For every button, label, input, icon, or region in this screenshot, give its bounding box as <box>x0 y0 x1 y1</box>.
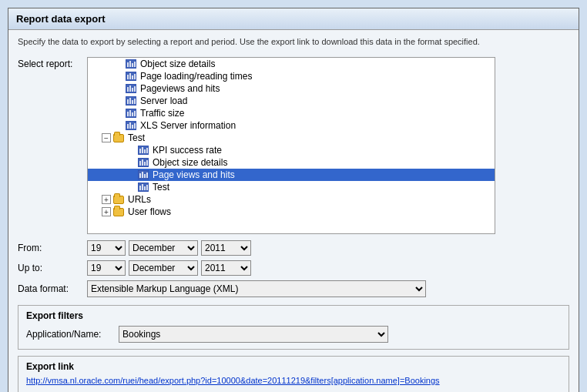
report-icon <box>125 108 137 119</box>
svg-rect-6 <box>127 75 129 79</box>
tree-item-label: XLS Server information <box>140 120 236 131</box>
tree-item-kpi-success[interactable]: KPI success rate <box>88 144 495 156</box>
svg-rect-24 <box>134 111 136 116</box>
svg-rect-31 <box>139 149 141 153</box>
app-name-label: Application/Name: <box>26 329 119 340</box>
tree-item-page-views-hits[interactable]: Page views and hits <box>88 169 495 181</box>
tree-item-xls-server[interactable]: XLS Server information <box>88 119 495 132</box>
app-name-select[interactable]: Bookings All <box>119 326 388 343</box>
dialog-title: Report data export <box>8 8 579 30</box>
svg-rect-7 <box>129 73 131 79</box>
select-report-label: Select report: <box>18 57 87 69</box>
upto-year-select[interactable]: 2011 <box>201 260 251 276</box>
tree-item-label: Object size details <box>153 157 227 168</box>
svg-rect-28 <box>132 125 133 129</box>
tree-item-page-loading[interactable]: Page loading/reading times <box>88 70 495 82</box>
svg-rect-23 <box>132 112 133 116</box>
expand-icon[interactable]: − <box>102 133 111 142</box>
svg-rect-29 <box>134 123 136 129</box>
from-year-select[interactable]: 2011 <box>201 240 251 256</box>
tree-item-label: Page views and hits <box>153 169 235 180</box>
tree-item-label: Server load <box>140 95 187 106</box>
svg-rect-13 <box>132 88 133 92</box>
svg-rect-8 <box>132 75 133 79</box>
svg-rect-34 <box>146 148 148 153</box>
svg-rect-26 <box>127 124 129 129</box>
tree-item-server-load[interactable]: Server load <box>88 95 495 107</box>
report-icon <box>137 182 149 193</box>
select-report-row: Select report: Object size detailsPage l… <box>18 57 569 234</box>
tree-item-urls-folder[interactable]: +URLs <box>88 193 495 206</box>
data-format-select[interactable]: Extensible Markup Language (XML) CSV JSO… <box>87 280 426 297</box>
svg-rect-32 <box>142 147 143 153</box>
svg-rect-49 <box>146 185 148 190</box>
svg-rect-41 <box>139 173 141 178</box>
expand-icon[interactable]: + <box>102 207 111 216</box>
tree-item-label: User flows <box>128 206 171 217</box>
report-icon <box>125 59 137 69</box>
export-link-title: Export link <box>26 361 561 372</box>
tree-item-label: Test <box>128 132 145 143</box>
tree-item-obj-size2[interactable]: Object size details <box>88 156 495 169</box>
tree-item-label: Pageviews and hits <box>140 83 220 94</box>
tree-item-label: URLs <box>128 194 151 205</box>
upto-row: Up to: 19 December 2011 <box>18 260 569 276</box>
svg-rect-2 <box>129 61 131 67</box>
svg-rect-43 <box>144 174 146 178</box>
dialog-description: Specify the data to export by selecting … <box>18 36 569 48</box>
tree-item-userflows-folder[interactable]: +User flows <box>88 206 495 218</box>
svg-rect-37 <box>142 159 143 166</box>
svg-rect-48 <box>144 186 146 190</box>
folder-icon <box>112 206 125 217</box>
upto-month-select[interactable]: December <box>129 260 198 276</box>
svg-rect-9 <box>134 74 136 79</box>
report-icon <box>137 145 149 156</box>
svg-rect-22 <box>129 110 131 116</box>
report-icon <box>125 120 137 131</box>
report-icon <box>137 157 149 168</box>
svg-rect-17 <box>129 98 131 104</box>
tree-item-label: Page loading/reading times <box>140 71 252 82</box>
svg-rect-27 <box>129 122 131 129</box>
svg-rect-44 <box>146 173 148 178</box>
tree-item-traffic-size[interactable]: Traffic size <box>88 107 495 119</box>
tree-item-label: Object size details <box>140 59 215 69</box>
export-link[interactable]: http://vmsa.nl.oracle.com/ruei/head/expo… <box>26 376 440 385</box>
upto-label: Up to: <box>18 263 87 273</box>
tree-item-test-folder[interactable]: −Test <box>88 132 495 144</box>
svg-rect-46 <box>139 186 141 190</box>
svg-rect-42 <box>142 172 143 178</box>
upto-day-select[interactable]: 19 <box>87 260 126 276</box>
svg-rect-16 <box>127 99 129 104</box>
svg-rect-12 <box>129 85 131 92</box>
export-filters-section: Export filters Application/Name: Booking… <box>18 305 569 350</box>
from-label: From: <box>18 243 87 253</box>
data-format-label: Data format: <box>18 283 87 294</box>
tree-item-label: Traffic size <box>140 108 184 119</box>
expand-icon[interactable]: + <box>102 195 111 204</box>
report-data-export-dialog: Report data export Specify the data to e… <box>8 8 579 392</box>
filter-row: Application/Name: Bookings All <box>26 326 561 343</box>
svg-rect-33 <box>144 149 146 153</box>
from-month-select[interactable]: December <box>129 240 198 256</box>
svg-rect-47 <box>142 184 143 190</box>
report-icon <box>125 83 137 94</box>
svg-rect-19 <box>134 99 136 104</box>
from-day-select[interactable]: 19 <box>87 240 126 256</box>
svg-rect-21 <box>127 112 129 116</box>
tree-item-pageviews[interactable]: Pageviews and hits <box>88 82 495 95</box>
svg-rect-1 <box>127 62 129 67</box>
tree-item-label: KPI success rate <box>153 145 222 156</box>
report-icon <box>125 95 137 106</box>
svg-rect-18 <box>132 100 133 104</box>
svg-rect-11 <box>127 87 129 92</box>
tree-item-test2[interactable]: Test <box>88 181 495 193</box>
report-tree[interactable]: Object size detailsPage loading/reading … <box>87 57 495 234</box>
tree-item-label: Test <box>153 182 169 193</box>
tree-item-obj-size[interactable]: Object size details <box>88 58 495 70</box>
report-icon <box>125 71 137 82</box>
svg-rect-39 <box>146 160 148 166</box>
export-filters-title: Export filters <box>26 310 561 321</box>
svg-rect-36 <box>139 161 141 166</box>
from-row: From: 19 December 2011 <box>18 240 569 256</box>
